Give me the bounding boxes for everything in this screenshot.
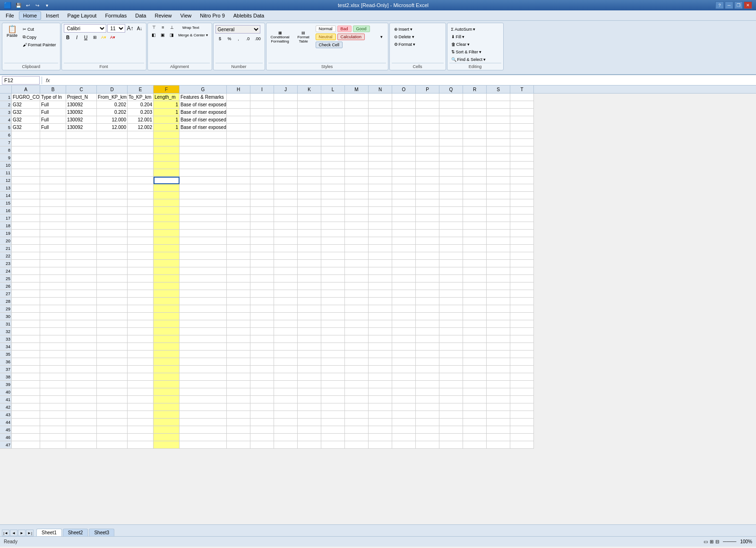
cell-I9[interactable] xyxy=(250,154,274,162)
cell-M36[interactable] xyxy=(345,358,369,366)
cell-I12[interactable] xyxy=(250,177,274,184)
cell-J5[interactable] xyxy=(274,124,298,131)
cell-K14[interactable] xyxy=(298,192,321,199)
cell-K32[interactable] xyxy=(298,328,321,335)
cell-E18[interactable] xyxy=(128,222,154,230)
cell-H31[interactable] xyxy=(227,320,250,328)
cell-O24[interactable] xyxy=(392,267,416,275)
cell-J18[interactable] xyxy=(274,222,298,230)
cell-K21[interactable] xyxy=(298,245,321,252)
sheet-nav-prev[interactable]: ◄ xyxy=(10,530,17,536)
cell-L6[interactable] xyxy=(321,131,345,139)
cell-I20[interactable] xyxy=(250,237,274,245)
cell-H12[interactable] xyxy=(227,177,250,184)
cell-Q31[interactable] xyxy=(439,320,463,328)
cell-N41[interactable] xyxy=(369,396,392,403)
cell-D21[interactable] xyxy=(97,245,128,252)
cell-Q18[interactable] xyxy=(439,222,463,230)
row-header-38[interactable]: 38 xyxy=(0,373,12,381)
cell-L23[interactable] xyxy=(321,260,345,267)
cell-D4[interactable]: 12.000 xyxy=(97,116,128,124)
cell-J26[interactable] xyxy=(274,283,298,290)
cell-C8[interactable] xyxy=(66,146,97,154)
cell-M35[interactable] xyxy=(345,351,369,358)
cell-K2[interactable] xyxy=(298,101,321,109)
cell-A3[interactable]: G32 xyxy=(12,109,40,116)
style-neutral-btn[interactable]: Neutral xyxy=(316,34,336,40)
cell-D29[interactable] xyxy=(97,305,128,313)
cell-N40[interactable] xyxy=(369,388,392,396)
row-header-42[interactable]: 42 xyxy=(0,403,12,411)
cell-N14[interactable] xyxy=(369,192,392,199)
cell-L40[interactable] xyxy=(321,388,345,396)
cell-L13[interactable] xyxy=(321,184,345,192)
cell-O12[interactable] xyxy=(392,177,416,184)
row-header-5[interactable]: 5 xyxy=(0,124,12,131)
cell-E11[interactable] xyxy=(128,169,154,177)
cell-Q42[interactable] xyxy=(439,403,463,411)
cell-N21[interactable] xyxy=(369,245,392,252)
cell-E7[interactable] xyxy=(128,139,154,146)
cell-B42[interactable] xyxy=(40,403,66,411)
cell-A14[interactable] xyxy=(12,192,40,199)
italic-button[interactable]: I xyxy=(73,34,81,41)
cell-Q45[interactable] xyxy=(439,426,463,434)
cell-A45[interactable] xyxy=(12,426,40,434)
cell-N46[interactable] xyxy=(369,434,392,441)
cell-S7[interactable] xyxy=(487,139,510,146)
cell-L1[interactable] xyxy=(321,94,345,101)
cell-G11[interactable] xyxy=(180,169,227,177)
row-header-30[interactable]: 30 xyxy=(0,313,12,320)
cell-K4[interactable] xyxy=(298,116,321,124)
cell-E27[interactable] xyxy=(128,290,154,298)
cell-K16[interactable] xyxy=(298,207,321,214)
cell-J2[interactable] xyxy=(274,101,298,109)
cell-R43[interactable] xyxy=(463,411,487,419)
cell-H38[interactable] xyxy=(227,373,250,381)
cell-H23[interactable] xyxy=(227,260,250,267)
cell-C46[interactable] xyxy=(66,434,97,441)
cell-S21[interactable] xyxy=(487,245,510,252)
cell-Q46[interactable] xyxy=(439,434,463,441)
cell-G33[interactable] xyxy=(180,335,227,343)
cell-D16[interactable] xyxy=(97,207,128,214)
cell-C27[interactable] xyxy=(66,290,97,298)
cell-E13[interactable] xyxy=(128,184,154,192)
cell-P43[interactable] xyxy=(416,411,439,419)
menu-formulas[interactable]: Formulas xyxy=(101,12,130,19)
cell-F15[interactable] xyxy=(154,199,180,207)
cell-C9[interactable] xyxy=(66,154,97,162)
cell-T40[interactable] xyxy=(510,388,534,396)
cell-P17[interactable] xyxy=(416,214,439,222)
cell-D46[interactable] xyxy=(97,434,128,441)
cell-B25[interactable] xyxy=(40,275,66,283)
cell-T28[interactable] xyxy=(510,298,534,305)
redo-quick-btn[interactable]: ↪ xyxy=(33,1,42,9)
sheet-tab-sheet3[interactable]: Sheet3 xyxy=(89,529,114,536)
cell-G26[interactable] xyxy=(180,283,227,290)
styles-dropdown-btn[interactable]: ▾ xyxy=(378,34,386,40)
cell-I6[interactable] xyxy=(250,131,274,139)
cell-A6[interactable] xyxy=(12,131,40,139)
cell-I46[interactable] xyxy=(250,434,274,441)
cell-B21[interactable] xyxy=(40,245,66,252)
cell-C31[interactable] xyxy=(66,320,97,328)
cell-R19[interactable] xyxy=(463,230,487,237)
cell-F41[interactable] xyxy=(154,396,180,403)
cell-N16[interactable] xyxy=(369,207,392,214)
cell-P44[interactable] xyxy=(416,419,439,426)
cell-O36[interactable] xyxy=(392,358,416,366)
cell-D47[interactable] xyxy=(97,441,128,449)
cell-B2[interactable]: Full xyxy=(40,101,66,109)
cell-I41[interactable] xyxy=(250,396,274,403)
row-header-45[interactable]: 45 xyxy=(0,426,12,434)
cell-S9[interactable] xyxy=(487,154,510,162)
cell-D24[interactable] xyxy=(97,267,128,275)
cell-M18[interactable] xyxy=(345,222,369,230)
cell-I3[interactable] xyxy=(250,109,274,116)
row-header-44[interactable]: 44 xyxy=(0,419,12,426)
cell-L32[interactable] xyxy=(321,328,345,335)
cell-E43[interactable] xyxy=(128,411,154,419)
cell-N8[interactable] xyxy=(369,146,392,154)
cell-K13[interactable] xyxy=(298,184,321,192)
